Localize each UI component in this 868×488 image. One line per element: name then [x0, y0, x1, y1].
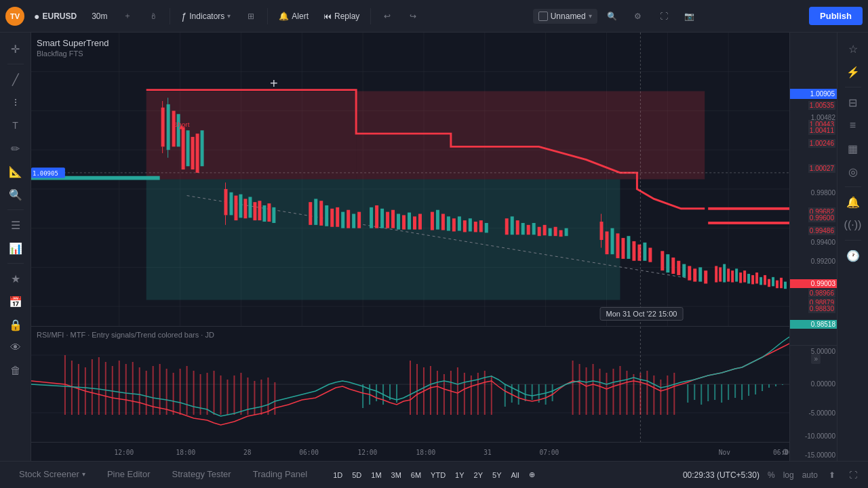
tf-1y[interactable]: 1Y: [451, 469, 468, 481]
tradingview-logo[interactable]: TV: [5, 7, 24, 26]
svg-text:31: 31: [484, 448, 492, 455]
dom-btn[interactable]: ((·)): [842, 214, 864, 236]
price-0.99800: 0.99800: [811, 189, 835, 197]
price-1.00246: 1.00246: [808, 139, 835, 148]
svg-rect-70: [441, 214, 445, 230]
svg-rect-43: [253, 202, 256, 220]
notification-btn[interactable]: 🔔: [842, 191, 864, 213]
undo-button[interactable]: ↩: [376, 5, 398, 27]
lock-tool[interactable]: 🔒: [5, 314, 26, 336]
tf-1d[interactable]: 1D: [329, 469, 347, 481]
svg-rect-98: [627, 236, 630, 259]
pine-editor-tab[interactable]: Pine Editor: [96, 462, 161, 489]
tf-ytd[interactable]: YTD: [427, 469, 450, 481]
svg-rect-109: [693, 268, 696, 281]
replay-button[interactable]: ⏮ Replay: [318, 9, 365, 24]
stock-screener-tab[interactable]: Stock Screener ▾: [8, 462, 96, 489]
settings-button[interactable]: ⚙: [627, 5, 649, 27]
symbol-selector[interactable]: ● EURUSD: [28, 8, 82, 24]
indicators-label: Indicators: [189, 12, 224, 21]
svg-rect-84: [532, 223, 536, 235]
calendar-tool[interactable]: 📅: [5, 291, 26, 312]
search-button[interactable]: 🔍: [601, 5, 623, 27]
template-selector[interactable]: Unnamed ▾: [533, 9, 597, 24]
add-symbol-button[interactable]: ＋: [117, 5, 138, 27]
zoom-tool[interactable]: 🔍: [5, 184, 26, 205]
svg-rect-123: [760, 277, 762, 285]
stock-screener-label: Stock Screener: [19, 469, 79, 479]
heatmap-btn[interactable]: ▦: [842, 138, 864, 159]
sidebar-sep-2: [7, 209, 24, 210]
auto-button[interactable]: auto: [802, 470, 818, 480]
svg-rect-41: [243, 199, 247, 218]
price-levels-btn[interactable]: ⊟: [842, 92, 864, 113]
sidebar-sep-3: [7, 263, 24, 264]
tf-1m[interactable]: 1M: [367, 469, 385, 481]
measure-tool[interactable]: 📐: [5, 161, 26, 182]
tf-5y[interactable]: 5Y: [488, 469, 505, 481]
svg-rect-30: [191, 137, 195, 169]
trend-line-tool[interactable]: ╱: [5, 68, 26, 90]
alert-button[interactable]: 🔔 Alert: [273, 9, 314, 24]
svg-rect-119: [743, 270, 746, 282]
trading-panel-tab[interactable]: Trading Panel: [242, 462, 318, 489]
watchlist-tool[interactable]: ★: [5, 268, 26, 289]
indicator-name: Smart SuperTrend: [37, 38, 108, 48]
separator-3: [370, 8, 371, 24]
bottom-time: 00:29:33 (UTC+5:30): [683, 470, 760, 480]
chart-type-button[interactable]: 🕯: [142, 5, 164, 27]
clock-btn[interactable]: 🕐: [842, 245, 864, 266]
svg-rect-46: [267, 203, 271, 222]
text-tool[interactable]: T: [5, 115, 26, 136]
svg-rect-82: [521, 223, 525, 235]
tf-5d[interactable]: 5D: [348, 469, 366, 481]
publish-button[interactable]: Publish: [809, 7, 863, 25]
svg-rect-110: [698, 267, 702, 281]
chart-type-side-tool[interactable]: ☰: [5, 214, 26, 236]
indicators-button[interactable]: ƒ Indicators ▾: [176, 8, 236, 24]
svg-rect-47: [272, 207, 275, 223]
svg-rect-49: [314, 199, 317, 224]
price-1.00535: 1.00535: [808, 101, 835, 110]
cursor-tool[interactable]: ✛: [5, 38, 26, 60]
tf-3m[interactable]: 3M: [387, 469, 406, 481]
tf-6m[interactable]: 6M: [407, 469, 425, 481]
pct-button[interactable]: %: [768, 470, 775, 480]
fullscreen-button[interactable]: ⛶: [653, 5, 675, 27]
timeframe-selector[interactable]: 30m: [86, 9, 113, 24]
watchlist-right-btn[interactable]: ☆: [842, 38, 864, 60]
snapshot-button[interactable]: 📷: [679, 5, 701, 27]
fullscreen-chart-button[interactable]: ⛶: [846, 468, 860, 483]
panel-expand-button[interactable]: »: [811, 354, 821, 364]
trash-tool[interactable]: 🗑: [5, 360, 26, 382]
rsi-panel[interactable]: RSI/MFI · MTF · Entry signals/Trend colo…: [31, 327, 789, 442]
alerts-right-btn[interactable]: ⚡: [842, 61, 864, 83]
tf-compare[interactable]: ⊕: [525, 468, 539, 481]
main-layout: ✛ ╱ ⫶ T ✏ 📐 🔍 ☰ 📊 ★ 📅 🔒 👁 🗑 Smart SuperT…: [0, 33, 868, 461]
tf-all[interactable]: All: [507, 469, 524, 481]
depth-btn[interactable]: ≡: [842, 115, 864, 136]
brush-tool[interactable]: ✏: [5, 138, 26, 159]
svg-rect-104: [666, 254, 669, 272]
rsi-label: RSI/MFI · MTF · Entry signals/Trend colo…: [37, 331, 214, 339]
separator-2: [267, 8, 268, 24]
strategy-tester-tab[interactable]: Strategy Tester: [161, 462, 241, 489]
log-button[interactable]: log: [783, 470, 794, 480]
timeframe-label: 30m: [92, 12, 107, 21]
price-scale: 1.00905 1.00535 1.00482 1.00443 1.00411 …: [789, 33, 837, 461]
time-axis: 12:00 18:00 28 06:00 12:00 18:00 31 07:0…: [31, 442, 789, 461]
fib-tool[interactable]: ⫶: [5, 92, 26, 113]
template-label: Unnamed: [551, 12, 586, 21]
eye-tool[interactable]: 👁: [5, 337, 26, 359]
svg-rect-23: [167, 104, 170, 150]
magnet-btn[interactable]: ◎: [842, 161, 864, 182]
indicators-side-tool[interactable]: 📊: [5, 237, 26, 259]
svg-rect-131: [708, 222, 789, 224]
maximize-panel-button[interactable]: ⬆: [826, 468, 838, 483]
svg-rect-78: [485, 223, 488, 232]
tf-2y[interactable]: 2Y: [470, 469, 487, 481]
redo-button[interactable]: ↪: [402, 5, 424, 27]
main-chart[interactable]: Smart SuperTrend Blackflag FTS +: [31, 33, 789, 327]
svg-rect-40: [239, 195, 242, 218]
layouts-button[interactable]: ⊞: [240, 5, 262, 27]
